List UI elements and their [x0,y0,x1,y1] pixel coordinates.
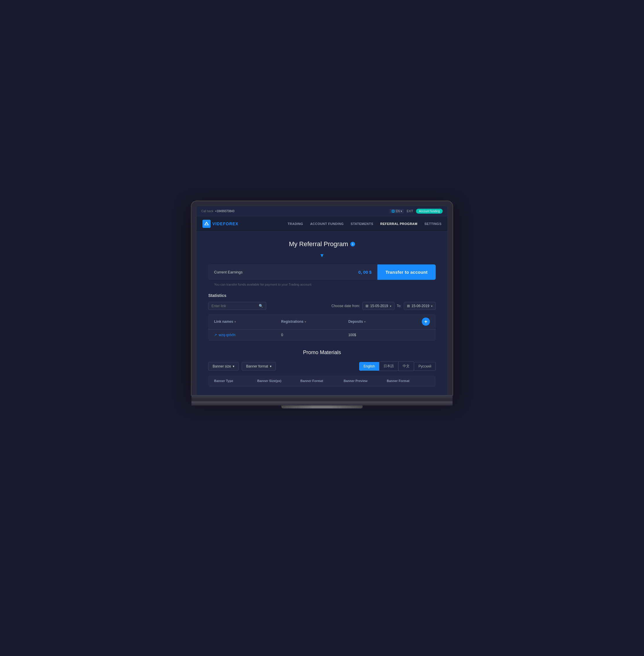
sort-link-names-icon: ▾ [234,320,236,323]
laptop-screen: Call back +18499370843 🌐 EN ▾ EXIT Accou… [197,206,447,395]
laptop-foot [281,406,363,409]
transfer-hint: You can transfer funds available for pay… [208,283,436,286]
row-link-name: ↗ wzq-qnlxfn [214,333,281,337]
page-title: My Referral Program i [208,240,436,248]
exit-button[interactable]: EXIT [407,210,413,213]
main-content: My Referral Program i ▼ Current Earnings… [197,232,447,395]
date-to-picker[interactable]: ⊞ 15-06-2019 ▾ [404,302,436,310]
page-title-text: My Referral Program [289,240,348,248]
logo-text-forex: FOREX [223,221,238,226]
callback-label: Call back [201,210,213,213]
lang-selector[interactable]: 🌐 EN ▾ [390,209,404,213]
laptop-bezel: Call back +18499370843 🌐 EN ▾ EXIT Accou… [191,201,453,395]
banner-size-label: Banner size [213,364,231,368]
promo-title: Promo Materials [208,349,436,355]
nav-item-settings[interactable]: SETTINGS [424,222,441,225]
search-icon: 🔍 [259,304,263,308]
banner-format-chevron-icon: ▾ [270,364,272,368]
th-registrations: Registrations ▾ [281,318,348,326]
th-actions: + [415,318,430,326]
logo-text: VIDEFOREX [212,221,238,226]
banner-size-dropdown[interactable]: Banner size ▾ [208,362,239,371]
earnings-label: Current Earnings [208,265,352,280]
row-registrations: 0 [281,333,348,337]
date-from-value: 15-05-2019 [370,304,388,308]
laptop-bottom [191,395,453,401]
lang-tab-chinese[interactable]: 中文 [398,362,414,371]
bth-banner-format-2: Banner Format [387,379,430,382]
add-link-button[interactable]: + [422,318,430,326]
date-to-value: 15-06-2019 [412,304,429,308]
search-input[interactable] [211,304,257,308]
nav-item-statements[interactable]: STATEMENTS [351,222,373,225]
banner-table: Banner Type Banner Size(px) Banner Forma… [208,376,436,386]
arrow-down-icon: ▼ [208,253,436,259]
earnings-row: Current Earnings 0, 00 $ Transfer to acc… [208,264,436,280]
info-icon[interactable]: i [350,242,355,246]
top-bar-left: Call back +18499370843 [201,210,234,213]
top-bar: Call back +18499370843 🌐 EN ▾ EXIT Accou… [197,206,447,216]
stats-filter-row: 🔍 Choose date from: ⊞ 15-05-2019 ▾ To: ⊞… [208,302,436,310]
date-to-label: To: [397,304,401,308]
date-from-label: Choose date from: [331,304,360,308]
lang-text: EN [396,210,400,213]
th-deposits: Deposits ▾ [348,318,415,326]
statistics-section-title: Statistics [208,293,436,298]
bth-banner-format: Banner Format [301,379,344,382]
date-to-chevron-icon: ▾ [431,305,433,308]
th-link-names: Link names ▾ [214,318,281,326]
lang-tab-russian[interactable]: Русский [414,362,436,371]
nav-item-trading[interactable]: TRADING [288,222,303,225]
logo: VIDEFOREX [203,220,238,228]
lang-tab-english[interactable]: English [359,362,379,371]
transfer-button[interactable]: Transfer to account [377,264,436,280]
top-bar-right: 🌐 EN ▾ EXIT Account funding [390,209,443,214]
sort-deposits-icon: ▾ [364,320,366,323]
nav-items: TRADING ACCOUNT FUNDING STATEMENTS REFER… [288,222,441,225]
sort-registrations-icon: ▾ [305,320,306,323]
table-row: ↗ wzq-qnlxfn 0 100$ [208,329,436,341]
lang-tabs: English 日本語 中文 Русский [359,362,436,371]
account-funding-button[interactable]: Account funding [416,209,443,214]
row-deposits: 100$ [348,333,415,337]
link-arrow-icon: ↗ [214,333,217,337]
banner-table-header: Banner Type Banner Size(px) Banner Forma… [208,376,436,386]
bth-banner-type: Banner Type [214,379,257,382]
laptop-hinge [191,401,453,406]
lang-tab-japanese[interactable]: 日本語 [379,362,398,371]
calendar-from-icon: ⊞ [366,304,368,308]
earnings-amount: 0, 00 $ [352,264,377,280]
bth-banner-size: Banner Size(px) [257,379,301,382]
nav-item-account-funding[interactable]: ACCOUNT FUNDING [310,222,344,225]
banner-format-label: Banner format [246,364,268,368]
logo-text-vide: VIDE [212,221,223,226]
lang-flag: 🌐 [391,210,395,213]
logo-icon [203,220,211,228]
table-header: Link names ▾ Registrations ▾ Deposits ▾ [208,314,436,329]
laptop-wrapper: Call back +18499370843 🌐 EN ▾ EXIT Accou… [191,201,453,409]
navbar: VIDEFOREX TRADING ACCOUNT FUNDING STATEM… [197,216,447,232]
stats-table: Link names ▾ Registrations ▾ Deposits ▾ [208,314,436,341]
banner-size-chevron-icon: ▾ [233,364,234,368]
date-from-chevron-icon: ▾ [390,305,391,308]
banner-format-dropdown[interactable]: Banner format ▾ [242,362,276,371]
lang-chevron-icon: ▾ [400,210,402,213]
calendar-to-icon: ⊞ [407,304,410,308]
search-box[interactable]: 🔍 [208,302,266,310]
date-from-picker[interactable]: ⊞ 15-05-2019 ▾ [362,302,394,310]
bth-banner-preview: Banner Preview [343,379,387,382]
date-filter: Choose date from: ⊞ 15-05-2019 ▾ To: ⊞ 1… [331,302,436,310]
nav-item-referral-program[interactable]: REFERRAL PROGRAM [380,222,417,225]
callback-number: +18499370843 [215,210,234,213]
promo-controls: Banner size ▾ Banner format ▾ English 日本… [208,362,436,371]
